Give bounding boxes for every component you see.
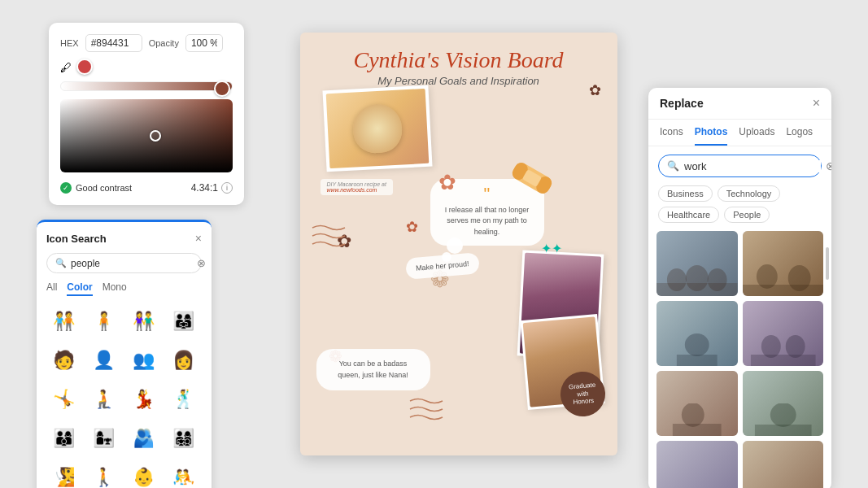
- replace-search-input[interactable]: [684, 160, 821, 172]
- svg-point-7: [685, 333, 709, 356]
- quote-text: I release all that no longer serves me o…: [445, 206, 530, 236]
- photo-result-4[interactable]: [743, 301, 824, 366]
- sparkle-icon: ✦✦: [541, 241, 562, 256]
- macaroon-photo-frame[interactable]: [322, 85, 432, 172]
- replace-tab-logos[interactable]: Logos: [786, 120, 813, 146]
- diy-label: DIY Macaroon recipe at www.newfoods.com: [321, 179, 393, 195]
- photo-result-5[interactable]: [656, 371, 738, 436]
- vision-board-title: Cynthia's Vision Board: [300, 33, 617, 73]
- wavy-decoration: [308, 220, 349, 252]
- photo-result-6[interactable]: [743, 371, 824, 436]
- photo-result-2[interactable]: [743, 231, 824, 296]
- svg-rect-8: [677, 355, 718, 366]
- svg-point-12: [682, 403, 704, 427]
- make-proud-sticker[interactable]: Make her proud!: [405, 252, 479, 280]
- bottom-quote-text: You can be a badass queen, just like Nan…: [338, 359, 408, 379]
- replace-search-wrap: 🔍 ⊗: [658, 155, 822, 177]
- svg-point-9: [761, 335, 780, 358]
- svg-rect-6: [743, 285, 824, 296]
- photo-result-3[interactable]: [656, 301, 738, 366]
- replace-close-button[interactable]: ×: [813, 96, 820, 111]
- flower-icon-6: ✿: [406, 218, 418, 236]
- replace-tab-uploads[interactable]: Uploads: [739, 120, 774, 146]
- svg-rect-13: [673, 424, 722, 436]
- macaroon-shape: [351, 102, 403, 154]
- replace-tab-photos[interactable]: Photos: [695, 120, 728, 146]
- scrollbar-thumb[interactable]: [826, 247, 829, 280]
- photo-result-1[interactable]: [656, 231, 738, 296]
- filter-chip-healthcare[interactable]: Healthcare: [658, 207, 719, 223]
- flower-icon-1: ✿: [589, 81, 601, 99]
- vision-board-subtitle: My Personal Goals and Inspiration: [300, 75, 617, 87]
- filter-chip-business[interactable]: Business: [658, 185, 713, 202]
- filter-chips: Business Technology Healthcare People: [648, 185, 831, 231]
- replace-clear-icon[interactable]: ⊗: [826, 159, 831, 172]
- wavy-decoration-2: [406, 394, 447, 423]
- replace-panel: Replace × Icons Photos Uploads Logos 🔍 ⊗…: [648, 88, 831, 488]
- svg-rect-11: [750, 355, 815, 366]
- photo-result-8[interactable]: [743, 441, 824, 488]
- filter-chip-technology[interactable]: Technology: [718, 185, 781, 202]
- svg-point-14: [770, 403, 796, 427]
- bottom-quote-cloud[interactable]: You can be a badass queen, just like Nan…: [316, 349, 430, 390]
- replace-tab-icons[interactable]: Icons: [660, 120, 683, 146]
- vision-board: Cynthia's Vision Board My Personal Goals…: [300, 33, 617, 455]
- flower-icon-4: ✿: [438, 170, 456, 195]
- replace-header: Replace ×: [648, 88, 831, 120]
- replace-search-icon: 🔍: [667, 160, 679, 172]
- svg-rect-15: [754, 425, 811, 436]
- filter-chip-people[interactable]: People: [724, 207, 770, 223]
- svg-point-10: [785, 335, 805, 358]
- photo-results-grid: [648, 231, 831, 488]
- replace-title: Replace: [660, 97, 704, 110]
- bandage-center: [521, 169, 541, 187]
- replace-tabs: Icons Photos Uploads Logos: [648, 120, 831, 146]
- photo-result-7[interactable]: [656, 441, 738, 488]
- svg-rect-3: [656, 283, 738, 296]
